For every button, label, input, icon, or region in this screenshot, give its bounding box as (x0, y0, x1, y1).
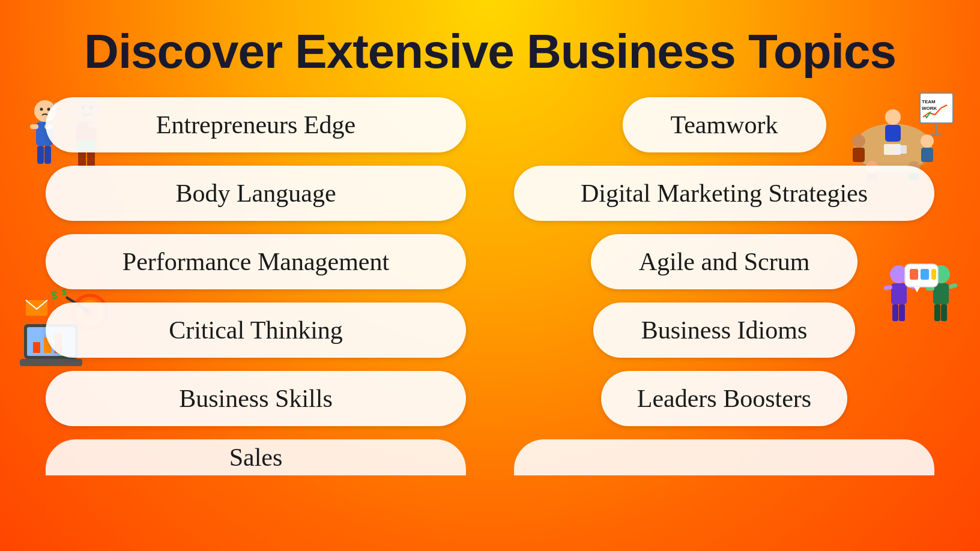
left-column: Entrepreneurs Edge Body Language Perform… (46, 97, 466, 475)
topic-pill-critical-thinking[interactable]: Critical Thinking (46, 303, 466, 358)
topic-pill-business-skills[interactable]: Business Skills (46, 371, 466, 426)
topic-pill-agile-scrum[interactable]: Agile and Scrum (591, 234, 858, 289)
content-area: Entrepreneurs Edge Body Language Perform… (0, 97, 980, 475)
topic-pill-teamwork[interactable]: Teamwork (623, 97, 826, 152)
right-column: Teamwork Digital Marketing Strategies Ag… (514, 97, 934, 475)
topic-pill-digital-marketing[interactable]: Digital Marketing Strategies (514, 166, 934, 221)
topic-pill-sales-partial[interactable]: Sales (46, 439, 466, 475)
topic-pill-other-partial[interactable] (514, 439, 934, 475)
topic-pill-business-idioms[interactable]: Business Idioms (593, 303, 856, 358)
topic-pill-body-language[interactable]: Body Language (46, 166, 466, 221)
topic-pill-performance-management[interactable]: Performance Management (46, 234, 466, 289)
page-title: Discover Extensive Business Topics (0, 0, 980, 97)
topic-pill-leaders-boosters[interactable]: Leaders Boosters (601, 371, 847, 426)
topic-pill-entrepreneurs-edge[interactable]: Entrepreneurs Edge (46, 97, 466, 152)
